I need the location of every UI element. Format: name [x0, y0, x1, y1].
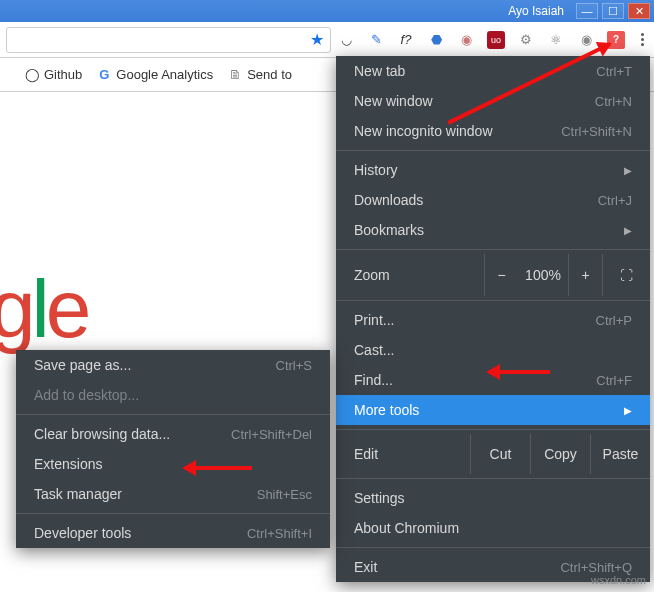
menu-separator	[336, 478, 650, 479]
eyedropper-icon[interactable]: ✎	[367, 31, 385, 49]
zoom-in-button[interactable]: +	[568, 254, 602, 296]
watermark: wsxdn.com	[591, 574, 646, 586]
paste-button[interactable]: Paste	[590, 434, 650, 474]
more-tools-submenu: Save page as...Ctrl+S Add to desktop... …	[16, 350, 330, 548]
bookmark-label: Send to	[247, 67, 292, 82]
menu-label: Print...	[354, 312, 394, 328]
whatfont-icon[interactable]: f?	[397, 31, 415, 49]
zoom-value: 100%	[518, 267, 568, 283]
maximize-button[interactable]: ☐	[602, 3, 624, 19]
shortcut: Ctrl+T	[596, 64, 632, 79]
menu-print[interactable]: Print...Ctrl+P	[336, 305, 650, 335]
shortcut: Ctrl+S	[276, 358, 312, 373]
menu-label: More tools	[354, 402, 419, 418]
shield-icon[interactable]: ⬣	[427, 31, 445, 49]
menu-separator	[336, 547, 650, 548]
menu-separator	[336, 249, 650, 250]
chevron-right-icon: ▶	[624, 165, 632, 176]
menu-cast[interactable]: Cast...	[336, 335, 650, 365]
address-bar[interactable]: ★	[6, 27, 331, 53]
chevron-right-icon: ▶	[624, 225, 632, 236]
menu-label: Bookmarks	[354, 222, 424, 238]
eye-icon[interactable]: ◉	[577, 31, 595, 49]
minimize-button[interactable]: —	[576, 3, 598, 19]
menu-label: Downloads	[354, 192, 423, 208]
extension-icon[interactable]: ◉	[457, 31, 475, 49]
menu-incognito[interactable]: New incognito windowCtrl+Shift+N	[336, 116, 650, 146]
menu-separator	[336, 429, 650, 430]
bookmark-analytics[interactable]: G Google Analytics	[96, 67, 213, 83]
close-button[interactable]: ✕	[628, 3, 650, 19]
menu-label: Edit	[336, 434, 470, 474]
zoom-out-button[interactable]: −	[484, 254, 518, 296]
menu-label: Exit	[354, 559, 377, 575]
chevron-right-icon: ▶	[624, 405, 632, 416]
react-icon[interactable]: ⚛	[547, 31, 565, 49]
submenu-extensions[interactable]: Extensions	[16, 449, 330, 479]
menu-label: Developer tools	[34, 525, 131, 541]
shortcut: Ctrl+N	[595, 94, 632, 109]
menu-new-tab[interactable]: New tabCtrl+T	[336, 56, 650, 86]
user-name: Ayo Isaiah	[508, 4, 564, 18]
fullscreen-button[interactable]: ⛶	[602, 254, 650, 296]
menu-label: New tab	[354, 63, 405, 79]
menu-history[interactable]: History▶	[336, 155, 650, 185]
submenu-task-manager[interactable]: Task managerShift+Esc	[16, 479, 330, 509]
menu-label: Add to desktop...	[34, 387, 139, 403]
shortcut: Ctrl+J	[598, 193, 632, 208]
submenu-save-page[interactable]: Save page as...Ctrl+S	[16, 350, 330, 380]
shortcut: Ctrl+F	[596, 373, 632, 388]
menu-more-tools[interactable]: More tools▶	[336, 395, 650, 425]
main-menu: New tabCtrl+T New windowCtrl+N New incog…	[336, 56, 650, 582]
submenu-add-desktop[interactable]: Add to desktop...	[16, 380, 330, 410]
menu-label: Task manager	[34, 486, 122, 502]
menu-bookmarks[interactable]: Bookmarks▶	[336, 215, 650, 245]
menu-settings[interactable]: Settings	[336, 483, 650, 513]
menu-label: About Chromium	[354, 520, 459, 536]
submenu-dev-tools[interactable]: Developer toolsCtrl+Shift+I	[16, 518, 330, 548]
menu-separator	[16, 414, 330, 415]
menu-downloads[interactable]: DownloadsCtrl+J	[336, 185, 650, 215]
pocket-icon[interactable]: ◡	[337, 31, 355, 49]
bookmark-label: Google Analytics	[116, 67, 213, 82]
window-title-bar: Ayo Isaiah — ☐ ✕	[0, 0, 654, 22]
shortcut: Ctrl+Shift+N	[561, 124, 632, 139]
menu-label: Settings	[354, 490, 405, 506]
menu-about[interactable]: About Chromium	[336, 513, 650, 543]
menu-label: New incognito window	[354, 123, 493, 139]
google-logo: gle	[0, 262, 87, 356]
shortcut: Ctrl+P	[596, 313, 632, 328]
menu-label: Extensions	[34, 456, 102, 472]
shortcut: Ctrl+Shift+Del	[231, 427, 312, 442]
menu-separator	[16, 513, 330, 514]
bookmark-label: Github	[44, 67, 82, 82]
shortcut: Shift+Esc	[257, 487, 312, 502]
submenu-clear-data[interactable]: Clear browsing data...Ctrl+Shift+Del	[16, 419, 330, 449]
page-icon: 🗎	[227, 67, 243, 83]
menu-label: Find...	[354, 372, 393, 388]
bookmark-sendto[interactable]: 🗎 Send to	[227, 67, 292, 83]
menu-label: Clear browsing data...	[34, 426, 170, 442]
bookmark-star-icon[interactable]: ★	[310, 30, 324, 49]
shortcut: Ctrl+Shift+Q	[560, 560, 632, 575]
menu-label: Save page as...	[34, 357, 131, 373]
bookmark-github[interactable]: ◯ Github	[24, 67, 82, 83]
main-menu-button[interactable]	[637, 29, 648, 50]
ublock-icon[interactable]: uo	[487, 31, 505, 49]
google-icon: G	[96, 67, 112, 83]
cut-button[interactable]: Cut	[470, 434, 530, 474]
menu-separator	[336, 150, 650, 151]
copy-button[interactable]: Copy	[530, 434, 590, 474]
annotation-arrow	[196, 466, 252, 470]
github-icon: ◯	[24, 67, 40, 83]
menu-separator	[336, 300, 650, 301]
menu-label: Cast...	[354, 342, 394, 358]
menu-label: History	[354, 162, 398, 178]
menu-zoom: Zoom − 100% + ⛶	[336, 254, 650, 296]
menu-edit: Edit Cut Copy Paste	[336, 434, 650, 474]
shortcut: Ctrl+Shift+I	[247, 526, 312, 541]
menu-label: Zoom	[336, 267, 484, 283]
annotation-arrow	[500, 370, 550, 374]
extension-icon-2[interactable]: ⚙	[517, 31, 535, 49]
menu-label: New window	[354, 93, 433, 109]
